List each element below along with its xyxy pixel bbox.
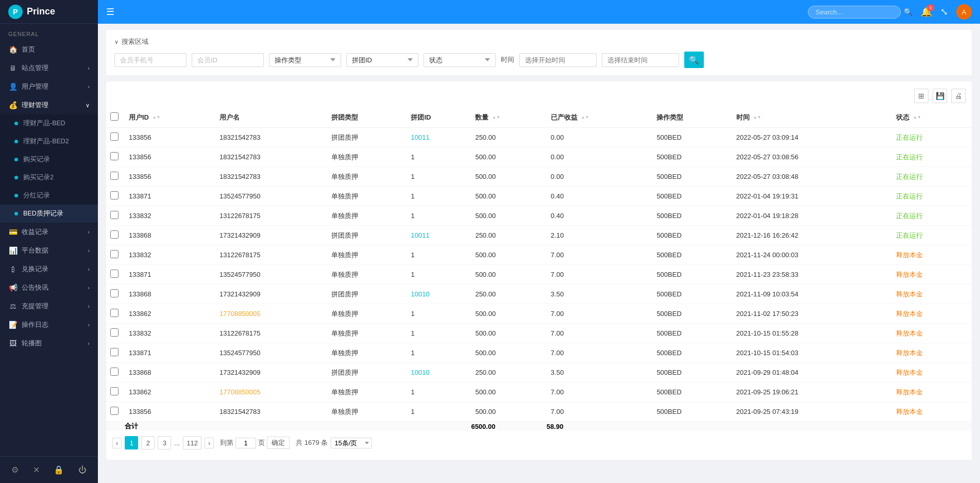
cell-earned: 7.00 (547, 304, 653, 324)
cell-amount: 500.00 (471, 382, 546, 402)
member-id-input[interactable] (192, 53, 264, 67)
sidebar-item-recharge[interactable]: ⚖ 充提管理 › (0, 297, 98, 315)
sidebar-item-product-bed[interactable]: 理财产品-BED (0, 114, 98, 132)
select-all-checkbox[interactable] (110, 112, 119, 121)
page-size-select[interactable]: 15条/页 20条/页 50条/页 100条/页 (331, 438, 372, 448)
cell-time: 2021-11-09 10:03:54 (732, 285, 892, 304)
row-checkbox[interactable] (110, 172, 119, 180)
row-checkbox[interactable] (110, 191, 119, 199)
row-checkbox[interactable] (110, 368, 119, 376)
sort-arrows[interactable]: ▲▼ (753, 115, 761, 120)
sidebar-item-income[interactable]: 💳 收益记录 › (0, 223, 98, 241)
cell-group-id: 1 (407, 206, 471, 226)
cell-earned: 7.00 (547, 265, 653, 285)
cell-pledge-type: 单独质押 (327, 324, 407, 343)
arrow-icon: › (88, 303, 90, 309)
search-icon[interactable]: 🔍 (904, 8, 913, 16)
group-id-select[interactable]: 拼团ID (346, 53, 418, 67)
member-phone-input[interactable] (114, 53, 187, 67)
sidebar-item-label: 公告快讯 (22, 283, 48, 292)
cell-pledge-type: 单独质押 (327, 343, 407, 363)
row-checkbox[interactable] (110, 407, 119, 415)
row-checkbox[interactable] (110, 289, 119, 297)
sidebar-item-station[interactable]: 🖥 站点管理 › (0, 59, 98, 77)
arrow-icon: › (88, 285, 90, 291)
cell-op-type: 500BED (652, 304, 732, 324)
sidebar-item-finance[interactable]: 💰 理财管理 ∨ (0, 96, 98, 114)
sidebar-item-dividend[interactable]: 分红记录 (0, 187, 98, 205)
cell-earned: 0.00 (547, 167, 653, 187)
sidebar-item-label: 站点管理 (22, 63, 48, 73)
search-input[interactable] (808, 6, 901, 19)
page-112-button[interactable]: 112 (183, 436, 201, 449)
sidebar-item-label: 轮播图 (22, 339, 42, 348)
cell-amount: 500.00 (471, 167, 546, 187)
sidebar-item-label: 操作日志 (22, 320, 48, 329)
page-1-button[interactable]: 1 (125, 436, 138, 449)
cell-earned: 7.00 (547, 324, 653, 343)
row-checkbox[interactable] (110, 328, 119, 337)
sidebar-item-banner[interactable]: 🖼 轮播图 › (0, 334, 98, 353)
cell-pledge-type: 单独质押 (327, 167, 407, 187)
page-3-button[interactable]: 3 (158, 436, 171, 449)
page-confirm-button[interactable]: 确定 (267, 437, 290, 449)
sidebar-item-bed-pledge[interactable]: BED质押记录 (0, 205, 98, 223)
page-jump-input[interactable] (235, 438, 256, 448)
sidebar-item-purchase2[interactable]: 购买记录2 (0, 169, 98, 187)
sidebar-item-user[interactable]: 👤 用户管理 › (0, 77, 98, 96)
row-checkbox[interactable] (110, 152, 119, 160)
cell-username: 13524577950 (215, 187, 327, 206)
sidebar-item-exchange[interactable]: ₿ 兑换记录 › (0, 260, 98, 278)
topbar: ☰ 🔍 🔔 0 ⤡ A (98, 0, 980, 24)
next-page-button[interactable]: › (205, 438, 214, 448)
start-time-input[interactable] (519, 53, 597, 67)
cell-status: 释放本金 (892, 363, 972, 382)
row-checkbox[interactable] (110, 309, 119, 317)
row-checkbox[interactable] (110, 348, 119, 356)
cell-username: 18321542783 (215, 147, 327, 167)
table-row: 133856 18321542783 单独质押 1 500.00 0.00 50… (106, 167, 972, 187)
notification-bell[interactable]: 🔔 0 (921, 6, 932, 18)
grid-view-button[interactable]: ⊞ (914, 89, 928, 103)
sort-arrows[interactable]: ▲▼ (153, 115, 161, 120)
row-checkbox[interactable] (110, 270, 119, 278)
prev-page-button[interactable]: ‹ (112, 438, 122, 448)
cell-status: 释放本金 (892, 382, 972, 402)
row-checkbox[interactable] (110, 211, 119, 219)
lock-icon[interactable]: 🔒 (49, 463, 68, 477)
table-row: 133832 13122678175 单独质押 1 500.00 7.00 50… (106, 245, 972, 265)
cell-earned: 7.00 (547, 382, 653, 402)
dot-icon (14, 140, 18, 143)
end-time-input[interactable] (602, 53, 679, 67)
export-button[interactable]: 💾 (933, 89, 947, 103)
sort-arrows[interactable]: ▲▼ (581, 115, 589, 120)
gear-icon[interactable]: ⚙ (7, 463, 23, 477)
avatar[interactable]: A (956, 4, 972, 20)
print-button[interactable]: 🖨 (951, 89, 966, 103)
expand-icon[interactable]: ⤡ (940, 6, 948, 18)
sort-arrows[interactable]: ▲▼ (913, 115, 921, 120)
status-select[interactable]: 状态 (424, 53, 496, 67)
row-checkbox[interactable] (110, 230, 119, 239)
cell-earned: 3.50 (547, 363, 653, 382)
tools-icon[interactable]: ✕ (29, 463, 44, 477)
sidebar-item-purchase[interactable]: 购买记录 (0, 151, 98, 169)
sort-arrows[interactable]: ▲▼ (492, 115, 500, 120)
row-checkbox[interactable] (110, 132, 119, 141)
sidebar-item-home[interactable]: 🏠 首页 (0, 40, 98, 59)
row-checkbox[interactable] (110, 250, 119, 258)
cell-op-type: 500BED (652, 402, 732, 422)
search-button[interactable]: 🔍 (684, 52, 704, 68)
sidebar-item-oplog[interactable]: 📝 操作日志 › (0, 315, 98, 334)
menu-toggle-icon[interactable]: ☰ (106, 6, 114, 18)
sidebar-item-product-bed2[interactable]: 理财产品-BED2 (0, 132, 98, 151)
cell-op-type: 500BED (652, 187, 732, 206)
power-icon[interactable]: ⏻ (74, 463, 91, 477)
sidebar-item-notice[interactable]: 📢 公告快讯 › (0, 278, 98, 297)
page-2-button[interactable]: 2 (141, 436, 155, 449)
row-checkbox[interactable] (110, 387, 119, 395)
sidebar-item-platform[interactable]: 📊 平台数据 › (0, 241, 98, 260)
operation-type-select[interactable]: 操作类型 (269, 53, 341, 67)
search-toggle[interactable]: ∨ 搜索区域 (114, 37, 964, 46)
cell-user-id: 133856 (125, 147, 215, 167)
